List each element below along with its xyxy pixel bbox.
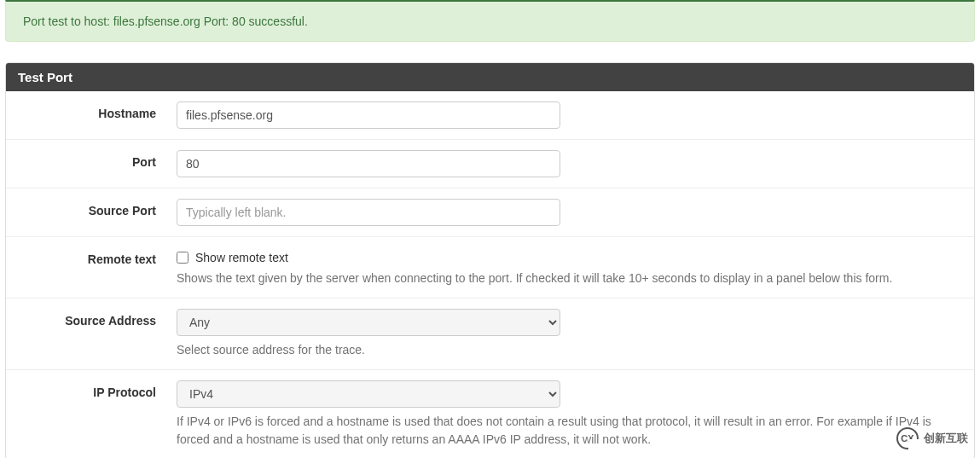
form-group-hostname: Hostname (6, 91, 974, 140)
remote-text-checkbox-label: Show remote text (195, 251, 288, 264)
form-group-remote-text: Remote text Show remote text Shows the t… (6, 237, 974, 299)
source-port-input[interactable] (177, 199, 560, 226)
form-group-port: Port (6, 140, 974, 188)
port-label: Port (6, 150, 177, 169)
ip-protocol-select[interactable]: IPv4 (177, 380, 560, 408)
panel-title: Test Port (6, 63, 974, 91)
source-port-label: Source Port (6, 199, 177, 217)
source-address-help: Select source address for the trace. (177, 341, 962, 359)
source-address-label: Source Address (6, 309, 177, 328)
watermark: CX 创新互联 (896, 427, 968, 449)
form-group-source-port: Source Port (6, 188, 974, 237)
form-group-source-address: Source Address Any Select source address… (6, 299, 974, 370)
remote-text-label: Remote text (6, 247, 177, 266)
form-group-ip-protocol: IP Protocol IPv4 If IPv4 or IPv6 is forc… (6, 370, 974, 458)
port-input[interactable] (177, 150, 560, 177)
watermark-text: 创新互联 (924, 431, 968, 446)
ip-protocol-label: IP Protocol (6, 380, 177, 399)
remote-text-checkbox[interactable] (177, 252, 188, 264)
source-address-select[interactable]: Any (177, 309, 560, 336)
test-port-panel: Test Port Hostname Port Source Port Remo… (5, 62, 975, 458)
remote-text-help: Shows the text given by the server when … (177, 270, 962, 287)
hostname-label: Hostname (6, 101, 177, 120)
hostname-input[interactable] (177, 101, 560, 129)
watermark-logo-icon: CX (896, 427, 919, 449)
success-alert: Port test to host: files.pfsense.org Por… (5, 0, 975, 42)
alert-message: Port test to host: files.pfsense.org Por… (23, 14, 308, 28)
ip-protocol-help: If IPv4 or IPv6 is forced and a hostname… (177, 413, 962, 449)
